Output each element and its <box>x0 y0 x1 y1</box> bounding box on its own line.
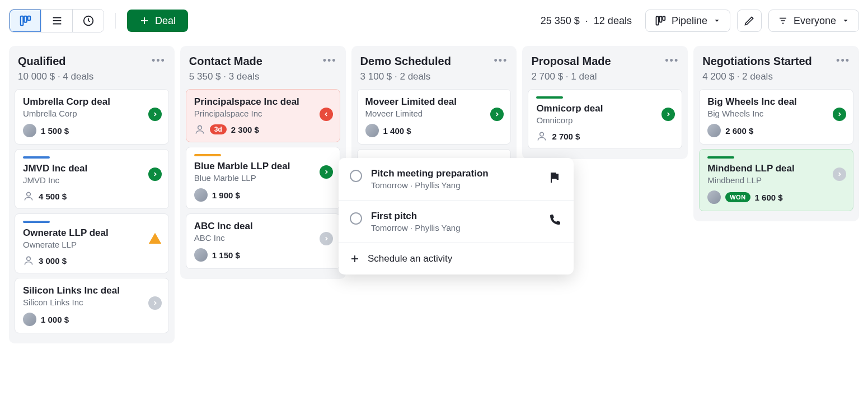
deal-meta-row: 2 600 $ <box>707 124 845 137</box>
card-color-bar <box>23 221 50 223</box>
toolbar: Deal 25 350 $ · 12 deals Pipeline Everyo… <box>9 9 859 32</box>
deal-meta-row: 3d2 300 $ <box>194 124 332 135</box>
deal-meta-row: 3 000 $ <box>23 255 161 266</box>
deal-title: Big Wheels Inc deal <box>707 96 845 108</box>
deal-title: Blue Marble LLP deal <box>194 161 332 172</box>
activity-status-icon[interactable] <box>320 108 333 121</box>
deal-card[interactable]: Moveer Limited dealMoveer Limited1 400 $ <box>357 89 512 145</box>
owner-avatar <box>707 190 721 204</box>
pipeline-selector[interactable]: Pipeline <box>645 10 730 32</box>
activity-status-icon[interactable] <box>320 232 333 245</box>
add-deal-label: Deal <box>155 15 176 27</box>
pipeline-icon <box>655 15 666 26</box>
deal-title: Ownerate LLP deal <box>23 227 161 239</box>
deal-title: Moveer Limited deal <box>365 96 503 108</box>
list-view-button[interactable] <box>41 10 72 32</box>
deal-card[interactable]: Ownerate LLP dealOwnerate LLP3 000 $ <box>15 213 169 273</box>
flag-icon <box>547 171 562 184</box>
deal-org: Moveer Limited <box>365 109 503 118</box>
kanban-view-button[interactable] <box>10 10 41 32</box>
add-deal-button[interactable]: Deal <box>127 10 188 32</box>
deal-amount: 1 000 $ <box>41 315 69 324</box>
svg-rect-2 <box>28 16 31 20</box>
svg-point-15 <box>27 192 31 196</box>
schedule-activity-button[interactable]: Schedule an activity <box>339 243 574 275</box>
deal-card[interactable]: Umbrella Corp dealUmbrella Corp1 500 $ <box>15 89 169 145</box>
forecast-icon <box>82 15 95 27</box>
activity-done-toggle[interactable] <box>350 170 362 182</box>
forecast-view-button[interactable] <box>72 10 104 32</box>
activity-status-icon[interactable] <box>148 296 162 310</box>
activity-subtitle: Tomorrow · Phyllis Yang <box>371 180 538 190</box>
person-icon <box>23 190 34 202</box>
activity-status-icon[interactable] <box>661 108 675 121</box>
deal-meta-row: 1 150 $ <box>194 248 332 262</box>
deal-card[interactable]: Silicon Links Inc dealSilicon Links Inc1… <box>15 278 169 333</box>
activity-done-toggle[interactable] <box>350 212 362 225</box>
deal-title: Umbrella Corp deal <box>23 96 161 108</box>
owner-filter[interactable]: Everyone <box>768 10 859 32</box>
column-menu-button[interactable]: ••• <box>665 55 679 67</box>
activity-status-icon[interactable] <box>833 108 846 121</box>
pipeline-column: Proposal Made •••2 700 $ · 1 dealOmnicor… <box>522 46 688 159</box>
deal-card[interactable]: Omnicorp dealOmnicorp2 700 $ <box>528 89 682 149</box>
activity-status-icon[interactable] <box>148 108 162 121</box>
activity-status-icon[interactable] <box>833 168 846 181</box>
column-title: Qualified <box>18 55 66 68</box>
deal-meta-row: 2 700 $ <box>536 131 674 142</box>
deal-card[interactable]: ABC Inc dealABC Inc1 150 $ <box>186 213 340 269</box>
deal-card[interactable]: Blue Marble LLP dealBlue Marble LLP1 900… <box>186 147 340 209</box>
person-icon <box>194 124 205 135</box>
owner-avatar <box>707 124 721 137</box>
board-summary: 25 350 $ · 12 deals <box>541 15 632 27</box>
deal-org: Big Wheels Inc <box>707 109 845 118</box>
deal-title: ABC Inc deal <box>194 221 332 232</box>
activity-status-icon[interactable] <box>148 168 162 181</box>
owner-avatar <box>365 124 379 137</box>
deal-card[interactable]: JMVD Inc dealJMVD Inc4 500 $ <box>15 149 169 209</box>
activity-status-icon[interactable] <box>490 108 504 121</box>
chevron-down-icon <box>842 17 850 25</box>
column-menu-button[interactable]: ••• <box>836 55 850 67</box>
pipeline-column: Qualified •••10 000 $ · 4 dealsUmbrella … <box>9 46 175 343</box>
card-color-bar <box>23 156 50 159</box>
deal-org: Omnicorp <box>536 115 674 125</box>
deal-card[interactable]: Principalspace Inc dealPrincipalspace In… <box>186 89 340 142</box>
person-icon <box>536 131 547 142</box>
svg-point-18 <box>540 132 544 136</box>
column-menu-button[interactable]: ••• <box>323 55 337 67</box>
pipeline-label: Pipeline <box>672 15 707 27</box>
deal-meta-row: 4 500 $ <box>23 190 161 202</box>
column-menu-button[interactable]: ••• <box>152 55 166 67</box>
chevron-down-icon <box>713 17 721 25</box>
deal-card[interactable]: Mindbend LLP dealMindbend LLPWON1 600 $ <box>699 149 853 211</box>
activity-item[interactable]: Pitch meeting preparation Tomorrow · Phy… <box>339 158 574 200</box>
column-summary: 4 200 $ · 2 deals <box>699 71 853 89</box>
column-menu-button[interactable]: ••• <box>494 55 508 67</box>
deal-title: Silicon Links Inc deal <box>23 285 161 296</box>
schedule-activity-label: Schedule an activity <box>368 253 452 264</box>
activity-item[interactable]: First pitch Tomorrow · Phyllis Yang <box>339 200 574 243</box>
svg-rect-11 <box>663 17 665 21</box>
svg-rect-1 <box>24 16 27 22</box>
column-summary: 3 100 $ · 2 deals <box>357 71 512 89</box>
svg-point-16 <box>27 257 31 261</box>
summary-deals: 12 deals <box>594 15 632 26</box>
pipeline-column: Contact Made •••5 350 $ · 3 dealsPrincip… <box>180 46 346 279</box>
activities-popover: Pitch meeting preparation Tomorrow · Phy… <box>339 158 574 275</box>
column-summary: 5 350 $ · 3 deals <box>186 71 340 89</box>
view-switcher <box>9 9 104 32</box>
deal-card[interactable]: Big Wheels Inc dealBig Wheels Inc2 600 $ <box>699 89 853 145</box>
deal-title: Omnicorp deal <box>536 103 674 114</box>
plus-icon <box>350 254 360 264</box>
warning-icon <box>148 232 162 245</box>
activity-status-icon[interactable] <box>320 165 333 179</box>
phone-icon <box>547 213 562 227</box>
edit-pipeline-button[interactable] <box>737 10 762 32</box>
svg-rect-10 <box>659 17 661 22</box>
deal-org: Mindbend LLP <box>707 175 845 185</box>
svg-rect-0 <box>21 16 24 26</box>
filter-label: Everyone <box>794 15 836 27</box>
kanban-icon <box>19 15 31 27</box>
owner-avatar <box>194 188 208 202</box>
